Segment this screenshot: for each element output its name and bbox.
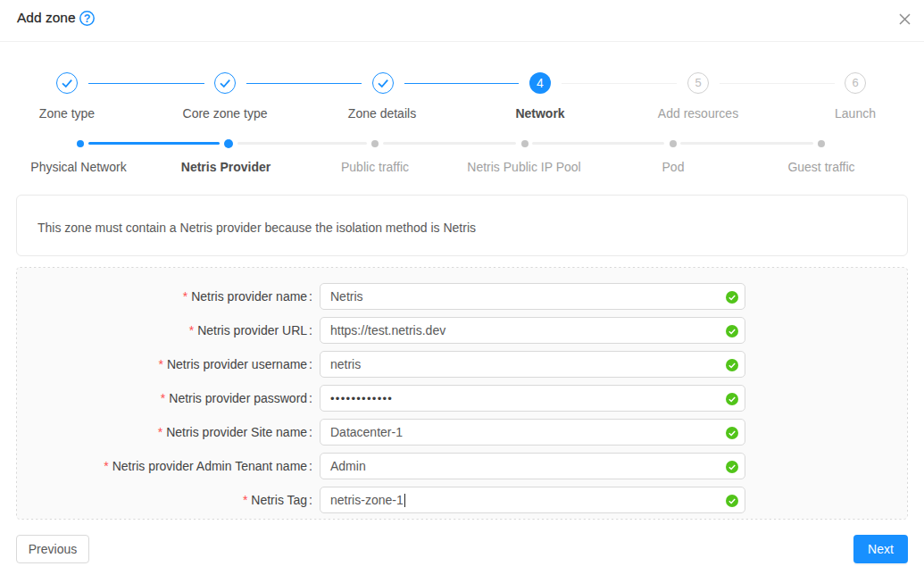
svg-text:?: ? <box>84 12 91 25</box>
